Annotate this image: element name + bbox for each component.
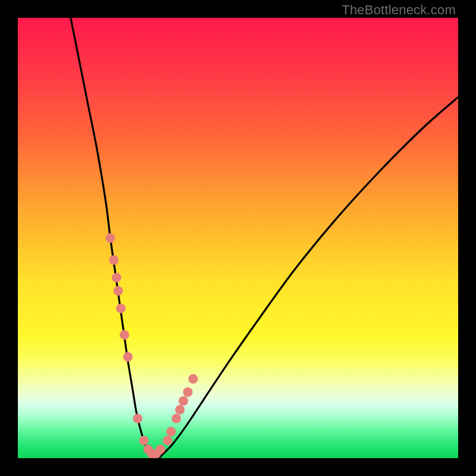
sample-point <box>171 414 181 423</box>
sample-point <box>105 233 115 243</box>
sample-point <box>133 414 142 423</box>
sample-point <box>139 436 149 445</box>
chart-frame <box>18 18 458 458</box>
sample-point <box>112 273 121 283</box>
sample-point <box>156 444 165 454</box>
sample-point <box>163 436 173 445</box>
attribution-label: TheBottleneck.com <box>342 2 456 18</box>
sample-point <box>120 330 129 340</box>
sample-point <box>178 396 188 406</box>
chart-overlay <box>18 18 458 458</box>
sample-point <box>167 427 176 437</box>
sample-point <box>189 374 198 384</box>
sample-point <box>114 286 123 296</box>
sample-point <box>123 352 133 362</box>
sample-points-group <box>105 233 198 458</box>
sample-point <box>175 405 184 415</box>
sample-point <box>116 303 126 313</box>
sample-point <box>183 387 193 397</box>
sample-point <box>109 255 118 265</box>
bottleneck-curve <box>71 18 458 458</box>
